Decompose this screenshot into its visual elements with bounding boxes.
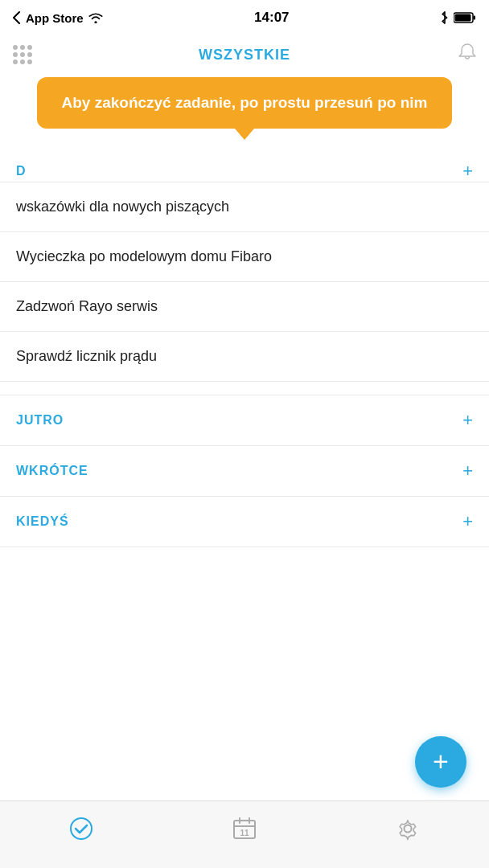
tab-bar: 11 (0, 800, 489, 868)
today-add-button[interactable]: + (462, 161, 473, 182)
bell-icon (458, 43, 476, 63)
svg-point-3 (71, 818, 92, 839)
section-jutro[interactable]: JUTRO + (0, 395, 489, 445)
bell-button[interactable] (458, 43, 476, 67)
svg-point-9 (404, 825, 411, 832)
svg-text:11: 11 (240, 829, 249, 837)
fab-plus-icon: + (433, 747, 449, 775)
today-section-title: D (16, 164, 27, 178)
gear-icon (396, 817, 420, 841)
task-text: Zadzwoń Rayo serwis (16, 298, 158, 315)
section-kiedys-add[interactable]: + (462, 511, 473, 532)
task-text: Wycieczka po modelowym domu Fibaro (16, 248, 272, 265)
task-text: Sprawdź licznik prądu (16, 348, 157, 365)
status-bar-right (441, 11, 476, 24)
task-text: wskazówki dla nowych piszących (16, 199, 229, 215)
section-wkrotce-add[interactable]: + (462, 461, 473, 481)
section-kiedys[interactable]: KIEDYŚ + (0, 496, 489, 547)
wifi-icon (88, 12, 103, 23)
grid-dots-icon (13, 45, 32, 64)
add-task-fab[interactable]: + (415, 736, 466, 788)
check-circle-icon (68, 816, 94, 841)
back-arrow-icon (13, 11, 21, 24)
section-kiedys-label: KIEDYŚ (16, 514, 69, 529)
task-list: wskazówki dla nowych piszących Wycieczka… (0, 182, 489, 382)
section-wkrotce-label: WKRÓTCE (16, 464, 88, 478)
today-section-header: D + (0, 149, 489, 182)
tab-tasks[interactable] (0, 816, 163, 841)
task-item[interactable]: Zadzwoń Rayo serwis (0, 282, 489, 332)
task-item[interactable]: wskazówki dla nowych piszących (0, 182, 489, 232)
tab-settings[interactable] (326, 817, 489, 841)
battery-icon (454, 12, 476, 23)
tooltip-text: Aby zakończyć zadanie, po prostu przesuń… (61, 94, 427, 111)
status-bar: App Store 14:07 (0, 0, 489, 35)
tab-calendar[interactable]: 11 (163, 817, 327, 841)
svg-rect-1 (474, 16, 476, 20)
task-item[interactable]: Wycieczka po modelowym domu Fibaro (0, 232, 489, 282)
svg-rect-2 (455, 14, 471, 22)
section-jutro-label: JUTRO (16, 413, 64, 428)
carrier-label: App Store (26, 11, 84, 25)
status-bar-left: App Store (13, 11, 103, 25)
tooltip-container: Aby zakończyć zadanie, po prostu przesuń… (0, 77, 489, 129)
status-bar-time: 14:07 (254, 10, 289, 26)
bluetooth-icon (441, 11, 449, 24)
section-jutro-add[interactable]: + (462, 410, 473, 431)
page-title: WSZYSTKIE (199, 47, 290, 63)
collapsible-sections: JUTRO + WKRÓTCE + KIEDYŚ + (0, 395, 489, 547)
tooltip-bubble: Aby zakończyć zadanie, po prostu przesuń… (37, 77, 453, 129)
nav-bar: WSZYSTKIE (0, 35, 489, 74)
nav-left-grid[interactable] (13, 45, 32, 64)
section-wkrotce[interactable]: WKRÓTCE + (0, 445, 489, 496)
calendar-icon: 11 (232, 817, 257, 841)
task-item[interactable]: Sprawdź licznik prądu (0, 332, 489, 382)
